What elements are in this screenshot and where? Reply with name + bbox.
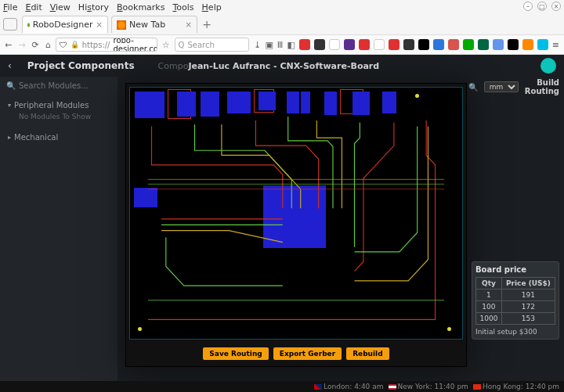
table-row: 100172 bbox=[476, 301, 555, 313]
menu-help[interactable]: Help bbox=[202, 2, 222, 13]
export-gerber-button[interactable]: Export Gerber bbox=[273, 347, 342, 360]
price-table: QtyPrice (US$) 1191 100172 1000153 bbox=[475, 277, 555, 325]
favicon-firefox bbox=[117, 20, 126, 30]
extension-icon[interactable] bbox=[329, 39, 340, 50]
tab-robodesigner[interactable]: RoboDesigner × bbox=[22, 16, 108, 33]
empty-modules-message: No Modules To Show bbox=[8, 110, 110, 120]
extension-icon[interactable] bbox=[299, 39, 310, 50]
page-title: Project Components bbox=[27, 60, 135, 71]
lock-icon: 🔒 bbox=[70, 41, 79, 49]
pcb-canvas[interactable] bbox=[129, 87, 463, 340]
extension-icon[interactable] bbox=[374, 39, 385, 50]
group-label: Mechanical bbox=[14, 133, 58, 142]
sidebar: 🔍 ▾ Peripheral Modules No Modules To Sho… bbox=[0, 77, 118, 392]
shield-icon: 🛡 bbox=[60, 41, 67, 49]
private-browse-icon[interactable] bbox=[3, 18, 17, 31]
build-routing-l2: Routing bbox=[525, 87, 559, 95]
url-scheme: https:// bbox=[82, 41, 110, 49]
browser-tabstrip: RoboDesigner × New Tab × + bbox=[0, 14, 564, 34]
clock-hongkong: Hong Kong: 12:40 pm bbox=[473, 383, 559, 390]
app-menu-icon[interactable]: ≡ bbox=[552, 40, 559, 50]
nav-forward-icon: → bbox=[18, 40, 25, 50]
menu-bookmarks[interactable]: Bookmarks bbox=[117, 2, 164, 13]
sidebars-icon[interactable]: ◧ bbox=[287, 40, 295, 50]
browser-urlbar-row: ← → ⟳ ⌂ 🛡 🔒 https://robo-designer.com ☆ … bbox=[0, 34, 564, 55]
toolbar-actions: ⤓ ▣ Ⅲ ◧ ≡ bbox=[254, 39, 559, 50]
tab-label-1: New Tab bbox=[129, 20, 165, 30]
download-icon[interactable]: ⤓ bbox=[254, 40, 261, 50]
window-close[interactable]: × bbox=[551, 2, 561, 11]
url-domain: robo-designer.com bbox=[114, 38, 157, 52]
save-page-icon[interactable]: ▣ bbox=[265, 40, 273, 50]
search-input[interactable]: Q Search bbox=[175, 38, 250, 52]
menu-edit[interactable]: Edit bbox=[25, 2, 42, 13]
build-routing-button[interactable]: Build Routing bbox=[525, 78, 559, 95]
col-price: Price (US$) bbox=[501, 278, 555, 290]
sidebar-group-peripheral[interactable]: ▾ Peripheral Modules bbox=[8, 101, 110, 110]
extension-icon[interactable] bbox=[389, 39, 400, 50]
rebuild-button[interactable]: Rebuild bbox=[346, 347, 389, 360]
extension-icon[interactable] bbox=[314, 39, 325, 50]
reader-mode-icon[interactable]: ☆ bbox=[162, 40, 170, 50]
save-routing-button[interactable]: Save Routing bbox=[203, 347, 268, 360]
breadcrumb: CompoJean-Luc Aufranc - CNX-Software-Boa… bbox=[158, 61, 380, 71]
flag-uk-icon bbox=[314, 384, 322, 390]
menu-file[interactable]: File bbox=[3, 2, 17, 13]
nav-back-icon[interactable]: ← bbox=[5, 40, 12, 50]
chevron-right-icon: ▸ bbox=[8, 134, 11, 141]
menu-tools[interactable]: Tools bbox=[172, 2, 193, 13]
search-engine-icon: Q bbox=[179, 41, 185, 49]
search-modules[interactable]: 🔍 bbox=[0, 77, 118, 95]
new-tab-button[interactable]: + bbox=[201, 18, 213, 31]
app-root: ‹ Project Components CompoJean-Luc Aufra… bbox=[0, 55, 564, 392]
extension-icon[interactable] bbox=[448, 39, 459, 50]
extension-icon[interactable] bbox=[359, 39, 370, 50]
pcb-preview-modal: Save Routing Export Gerber Rebuild bbox=[125, 83, 467, 367]
menu-history[interactable]: History bbox=[78, 2, 109, 13]
extension-icon[interactable] bbox=[418, 39, 429, 50]
window-maximize[interactable]: □ bbox=[537, 2, 547, 11]
sidebar-group-mechanical[interactable]: ▸ Mechanical bbox=[8, 133, 110, 142]
menu-view[interactable]: View bbox=[50, 2, 70, 13]
favicon-robodesigner bbox=[27, 20, 30, 30]
unit-select[interactable]: mm bbox=[484, 81, 519, 92]
clock-london: London: 4:40 am bbox=[314, 383, 383, 390]
url-input[interactable]: 🛡 🔒 https://robo-designer.com bbox=[56, 38, 157, 52]
extension-icon[interactable] bbox=[403, 39, 414, 50]
col-qty: Qty bbox=[476, 278, 502, 290]
extension-icon[interactable] bbox=[508, 39, 519, 50]
extension-icon[interactable] bbox=[478, 39, 489, 50]
search-modules-input[interactable] bbox=[19, 81, 111, 90]
search-placeholder: Search bbox=[187, 41, 214, 49]
close-icon[interactable]: × bbox=[186, 20, 192, 29]
extension-icon[interactable] bbox=[433, 39, 444, 50]
flag-us-icon bbox=[389, 384, 396, 390]
window-minimize[interactable]: – bbox=[523, 2, 533, 11]
extension-icon[interactable] bbox=[537, 39, 548, 50]
status-bar: London: 4:40 am New York: 11:40 pm Hong … bbox=[0, 381, 564, 392]
nav-reload-icon[interactable]: ⟳ bbox=[31, 40, 38, 50]
app-header: ‹ Project Components CompoJean-Luc Aufra… bbox=[0, 55, 564, 77]
canvas-toolbar: 🔍 mm Build Routing bbox=[468, 78, 559, 95]
avatar[interactable] bbox=[540, 58, 556, 74]
nav-home-icon[interactable]: ⌂ bbox=[45, 40, 51, 50]
tab-label-0: RoboDesigner bbox=[33, 20, 93, 30]
build-routing-l1: Build bbox=[525, 78, 559, 87]
tab-newtab[interactable]: New Tab × bbox=[111, 16, 197, 33]
extension-icon[interactable] bbox=[522, 39, 533, 50]
group-label: Peripheral Modules bbox=[14, 101, 89, 110]
back-button[interactable]: ‹ bbox=[8, 60, 12, 71]
zoom-icon[interactable]: 🔍 bbox=[468, 83, 478, 92]
clock-newyork: New York: 11:40 pm bbox=[389, 383, 468, 390]
extension-icon[interactable] bbox=[493, 39, 504, 50]
breadcrumb-prefix: Compo bbox=[158, 61, 189, 71]
close-icon[interactable]: × bbox=[96, 20, 103, 29]
setup-cost: Initial setup $300 bbox=[475, 328, 555, 336]
project-name: Jean-Luc Aufranc - CNX-Software-Board bbox=[188, 61, 379, 71]
price-title: Board price bbox=[475, 265, 555, 274]
search-icon: 🔍 bbox=[6, 81, 16, 90]
extension-icon[interactable] bbox=[344, 39, 355, 50]
extension-icon[interactable] bbox=[463, 39, 474, 50]
library-icon[interactable]: Ⅲ bbox=[277, 40, 284, 50]
flag-hk-icon bbox=[473, 384, 481, 390]
